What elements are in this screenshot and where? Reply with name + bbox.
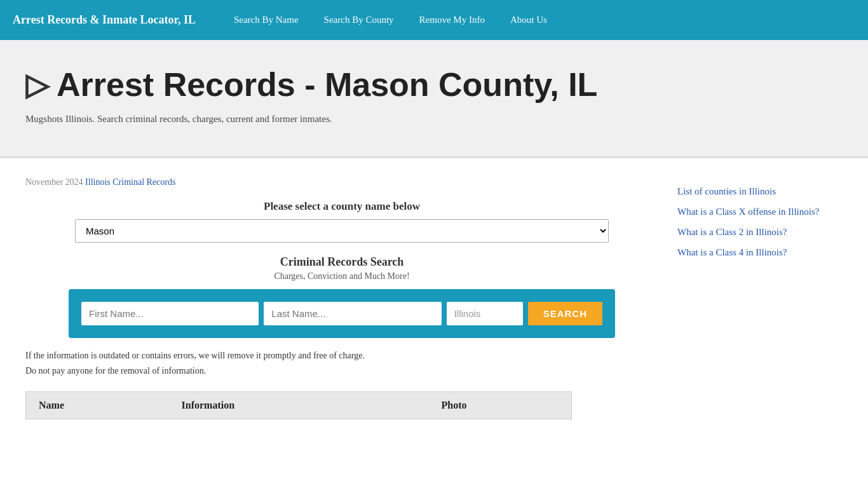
nav-search-by-name[interactable]: Search By Name [221,0,311,40]
nav-links: Search By Name Search By County Remove M… [221,0,560,40]
county-select[interactable]: Mason [75,219,609,243]
hero-section: ▷ Arrest Records - Mason County, IL Mugs… [0,40,868,158]
hero-title-text: Arrest Records - Mason County, IL [57,65,597,104]
table-header: Name Information Photo [25,391,572,419]
search-heading: Criminal Records Search [25,255,658,269]
navbar: Arrest Records & Inmate Locator, IL Sear… [0,0,868,40]
hero-title: ▷ Arrest Records - Mason County, IL [25,65,843,104]
county-section: Please select a county name below Mason [25,200,658,243]
search-button[interactable]: SEARCH [528,302,602,325]
triangle-icon: ▷ [25,67,49,102]
county-label: Please select a county name below [25,200,658,213]
disclaimer-line2: Do not pay anyone for the removal of inf… [25,366,206,376]
hero-subtitle: Mugshots Illinois. Search criminal recor… [25,114,843,125]
nav-brand: Arrest Records & Inmate Locator, IL [13,13,196,27]
nav-remove-my-info[interactable]: Remove My Info [407,0,498,40]
sidebar-link-counties[interactable]: List of counties in Illinois [677,184,843,199]
table-col-photo: Photo [429,392,572,419]
table-col-information: Information [169,392,429,419]
disclaimer: If the information is outdated or contai… [25,348,572,379]
sidebar-link-class-x[interactable]: What is a Class X offense in Illinois? [677,204,843,219]
last-name-input[interactable] [264,302,441,325]
nav-about-us[interactable]: About Us [498,0,560,40]
sidebar-link-class-2[interactable]: What is a Class 2 in Illinois? [677,224,843,240]
search-subheading: Charges, Conviction and Much More! [25,271,658,281]
nav-search-by-county[interactable]: Search By County [311,0,407,40]
criminal-records-link[interactable]: Illinois Criminal Records [85,177,175,187]
sidebar-link-class-4[interactable]: What is a Class 4 in Illinois? [677,245,843,260]
sidebar-right: List of counties in Illinois What is a C… [677,177,843,419]
first-name-input[interactable] [81,302,259,325]
content-left: November 2024 Illinois Criminal Records … [25,177,658,419]
disclaimer-line1: If the information is outdated or contai… [25,351,365,360]
table-col-name: Name [26,392,169,419]
search-box: SEARCH [69,289,615,338]
state-input[interactable] [447,302,523,325]
search-section: Criminal Records Search Charges, Convict… [25,255,658,338]
main-container: November 2024 Illinois Criminal Records … [0,158,868,438]
date-text: November 2024 [25,177,83,187]
date-row: November 2024 Illinois Criminal Records [25,177,658,187]
